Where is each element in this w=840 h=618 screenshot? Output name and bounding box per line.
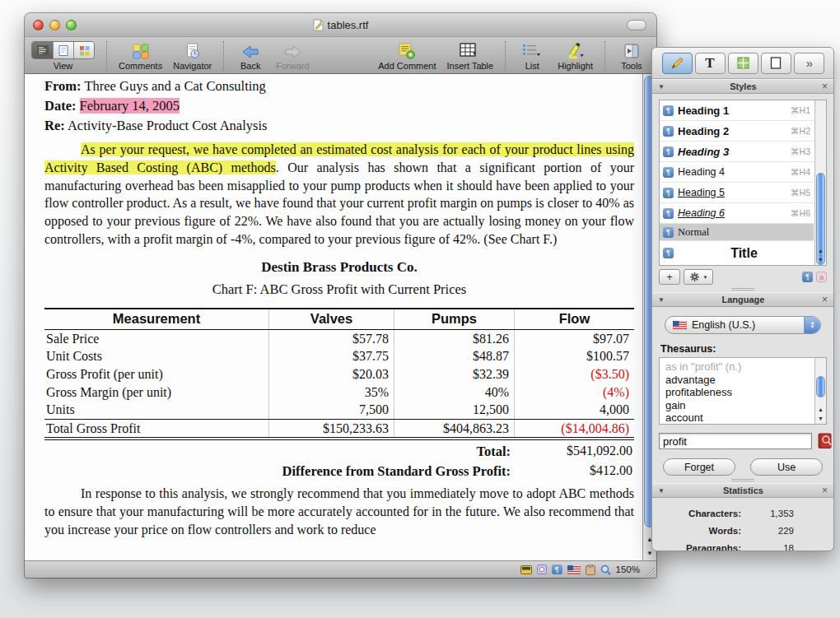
company-title: Destin Brass Products Co. [44, 259, 634, 276]
row-pumps: $81.26 [394, 330, 514, 348]
scroll-down-icon[interactable]: ▼ [818, 255, 824, 264]
palette-divider[interactable] [652, 285, 833, 292]
document-canvas[interactable]: From: Three Guys and a Cat Consulting Da… [25, 74, 642, 560]
style-actions-button[interactable]: ▼ [684, 269, 713, 285]
style-item-heading-1[interactable]: ¶ Heading 1 ⌘H1 [660, 100, 814, 121]
styles-section-header[interactable]: ▼ Styles × [652, 79, 833, 94]
view-control[interactable]: View [31, 41, 95, 71]
style-item-heading-5[interactable]: ¶ Heading 5 ⌘H5 [660, 183, 814, 203]
disclosure-triangle-icon[interactable]: ▼ [658, 83, 665, 91]
thesaurus-scrollbar[interactable]: ▲ ▼ [814, 358, 826, 424]
zoom-status-icon[interactable] [600, 565, 611, 575]
close-section-icon[interactable]: × [822, 81, 828, 91]
thesaurus-scrollbar-thumb[interactable] [816, 376, 825, 397]
table-row: Unit Costs $37.75 $48.87 $100.57 [44, 347, 634, 365]
toolbar-separator [106, 41, 107, 71]
paragraph-style-icon: ¶ [663, 248, 674, 258]
comments-label: Comments [119, 61, 162, 71]
style-label: Heading 2 [678, 125, 786, 137]
thesaurus-entry[interactable]: account [665, 411, 811, 425]
row-flow-negative: ($14,004.86) [514, 420, 634, 438]
chart-subtitle: Chart F: ABC Gross Profit with Current P… [44, 281, 634, 298]
style-item-heading-4[interactable]: ¶ Heading 4 ⌘H4 [660, 162, 814, 183]
grid-view-segment[interactable] [73, 42, 94, 58]
thesaurus-search-row [659, 433, 827, 449]
highlight-button[interactable]: Highlight [558, 41, 593, 71]
table-row: Gross Margin (per unit) 35% 40% (4%) [44, 383, 634, 402]
stat-label: Paragraphs: [660, 543, 741, 552]
thesaurus-entry[interactable]: profitableness [665, 386, 811, 399]
writing-tools-tab[interactable] [662, 53, 693, 74]
thesaurus-search-input[interactable] [659, 433, 812, 449]
header-valves: Valves [268, 309, 394, 329]
note-status-icon[interactable] [520, 565, 532, 574]
stat-label: Words: [660, 526, 741, 536]
add-comment-button[interactable]: Add Comment [378, 41, 436, 71]
navigator-button[interactable]: Navigator [173, 41, 212, 71]
style-item-title[interactable]: ¶ Title [660, 241, 814, 265]
close-section-icon[interactable]: × [822, 295, 828, 304]
row-pumps: $48.87 [394, 347, 514, 365]
scroll-down-icon[interactable]: ▼ [818, 414, 824, 423]
toolbar-toggle-button[interactable] [627, 20, 646, 30]
statistics-section-header[interactable]: ▼ Statistics × [652, 483, 833, 498]
scroll-up-icon[interactable]: ▲ [818, 246, 824, 255]
document-icon [313, 19, 324, 31]
dictionary-icon[interactable] [816, 433, 834, 449]
body-paragraph-2: In response to this analysis, we strongl… [44, 485, 634, 538]
language-dropdown[interactable]: English (U.S.) ▲▼ [665, 316, 821, 334]
thesaurus-sense[interactable]: as in "profit" (n.) [665, 360, 811, 374]
language-flag-status-icon[interactable] [567, 565, 581, 574]
style-item-normal-selected[interactable]: ¶ Normal [660, 224, 814, 241]
thesaurus-entry[interactable]: advantage [665, 374, 811, 387]
back-icon [242, 41, 259, 59]
row-label: Units [44, 401, 268, 419]
disclosure-triangle-icon[interactable]: ▼ [658, 487, 665, 495]
page-view-segment[interactable] [53, 42, 73, 58]
titlebar[interactable]: tables.rtf [25, 13, 656, 37]
styles-scrollbar[interactable]: ▲ ▼ [814, 100, 826, 265]
resize-grip[interactable] [644, 565, 656, 577]
clipboard-status-icon[interactable] [586, 565, 595, 575]
style-item-heading-6[interactable]: ¶ Heading 6 ⌘H6 [660, 203, 814, 224]
paragraph-styles-filter-icon[interactable]: ¶ [802, 272, 813, 282]
use-button[interactable]: Use [750, 458, 823, 476]
page-tools-tab[interactable] [761, 53, 791, 74]
navigator-label: Navigator [173, 61, 212, 71]
thesaurus-entry[interactable]: gain [665, 399, 811, 412]
forget-button[interactable]: Forget [663, 458, 735, 476]
back-button[interactable]: Back [236, 41, 265, 71]
palette-divider[interactable] [652, 476, 833, 483]
style-shortcut: ⌘H6 [791, 208, 810, 218]
stamp-status-icon[interactable] [537, 565, 547, 574]
zoom-button[interactable] [66, 20, 77, 30]
character-styles-filter-icon[interactable]: a [816, 272, 827, 282]
zoom-level[interactable]: 150% [616, 565, 640, 574]
list-button[interactable]: List [517, 41, 547, 71]
close-section-icon[interactable]: × [822, 486, 828, 495]
paragraph-style-icon: ¶ [663, 188, 674, 198]
text-tools-tab[interactable]: T [695, 53, 726, 74]
forward-button[interactable]: Forward [276, 41, 309, 71]
row-flow-negative: (4%) [514, 383, 634, 402]
tools-button[interactable]: Tools [617, 41, 646, 71]
language-section-header[interactable]: ▼ Language × [652, 292, 833, 307]
re-value: Activity-Base Product Cost Analysis [68, 118, 267, 133]
date-value-highlighted: February 14, 2005 [80, 98, 180, 114]
toolbar-separator [604, 41, 605, 71]
close-button[interactable] [33, 20, 44, 30]
disclosure-triangle-icon[interactable]: ▼ [658, 296, 665, 304]
insert-table-button[interactable]: Insert Table [447, 41, 494, 71]
scroll-up-icon[interactable]: ▲ [818, 405, 824, 414]
style-item-heading-2[interactable]: ¶ Heading 2 ⌘H2 [660, 121, 814, 142]
more-tools-tab[interactable]: » [794, 53, 824, 74]
comments-button[interactable]: Comments [119, 41, 162, 71]
draft-view-segment[interactable] [32, 42, 53, 58]
style-item-heading-3[interactable]: ¶ Heading 3 ⌘H3 [660, 142, 814, 162]
view-segmented-control[interactable] [31, 41, 95, 59]
add-style-button[interactable]: + [659, 269, 680, 285]
minimize-button[interactable] [49, 20, 60, 30]
paragraph-status-icon[interactable]: ¶ [552, 565, 562, 574]
table-tools-tab[interactable] [728, 53, 758, 74]
table-icon [737, 57, 749, 69]
